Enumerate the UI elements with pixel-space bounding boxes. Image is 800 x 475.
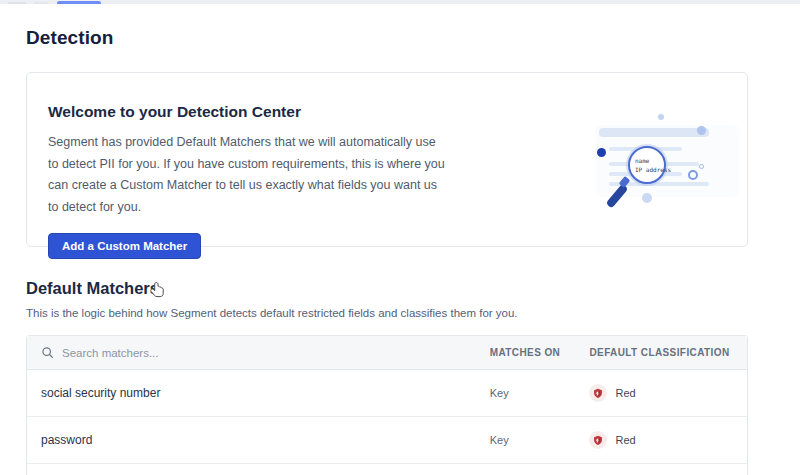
mouse-cursor-icon bbox=[149, 281, 166, 300]
matcher-classification: Red bbox=[589, 384, 747, 402]
decorative-dot bbox=[658, 114, 664, 120]
illustration-chip-ip: IP address bbox=[635, 166, 664, 173]
illustration-document-header bbox=[599, 128, 709, 137]
page-title: Detection bbox=[26, 27, 748, 49]
table-row[interactable]: password Key Red bbox=[27, 417, 747, 464]
classification-label: Red bbox=[615, 387, 635, 399]
search-matchers-input[interactable] bbox=[62, 347, 362, 359]
detection-illustration: name IP address bbox=[585, 111, 741, 229]
matcher-name: password bbox=[41, 433, 490, 447]
decorative-dot bbox=[597, 148, 606, 157]
decorative-dot bbox=[642, 193, 652, 203]
decorative-ring bbox=[699, 164, 704, 169]
matcher-matches-on: Key bbox=[490, 387, 590, 399]
active-tab-indicator bbox=[57, 1, 101, 4]
search-matchers-field[interactable] bbox=[41, 346, 490, 359]
tab-ghost bbox=[34, 2, 48, 4]
top-tab-bar bbox=[0, 0, 800, 4]
classification-shield-icon bbox=[589, 384, 607, 402]
tab-ghost bbox=[8, 2, 26, 4]
add-custom-matcher-button[interactable]: Add a Custom Matcher bbox=[48, 233, 201, 259]
column-header-default-classification: DEFAULT CLASSIFICATION bbox=[589, 347, 747, 358]
detection-page: Detection Welcome to your Detection Cent… bbox=[26, 18, 748, 475]
matcher-name: social security number bbox=[41, 386, 490, 400]
default-matchers-description: This is the logic behind how Segment det… bbox=[26, 307, 748, 319]
decorative-ring bbox=[688, 170, 698, 180]
welcome-card-description: Segment has provided Default Matchers th… bbox=[48, 132, 448, 218]
classification-shield-icon bbox=[589, 431, 607, 449]
matcher-matches-on: Key bbox=[490, 434, 590, 446]
classification-label: Red bbox=[615, 434, 635, 446]
matchers-table-header: MATCHES ON DEFAULT CLASSIFICATION bbox=[27, 336, 747, 370]
search-icon bbox=[41, 346, 54, 359]
matchers-table: MATCHES ON DEFAULT CLASSIFICATION social… bbox=[26, 335, 748, 475]
table-row[interactable]: visa Key Red bbox=[27, 464, 747, 475]
welcome-card: Welcome to your Detection Center Segment… bbox=[26, 72, 748, 247]
default-matchers-title: Default Matchers bbox=[26, 279, 748, 298]
magnifier-lens-icon: name IP address bbox=[628, 146, 666, 184]
table-row[interactable]: social security number Key Red bbox=[27, 370, 747, 417]
illustration-chip-name: name bbox=[635, 157, 664, 164]
column-header-matches-on: MATCHES ON bbox=[490, 347, 590, 358]
matcher-classification: Red bbox=[589, 431, 747, 449]
decorative-dot bbox=[697, 126, 706, 135]
